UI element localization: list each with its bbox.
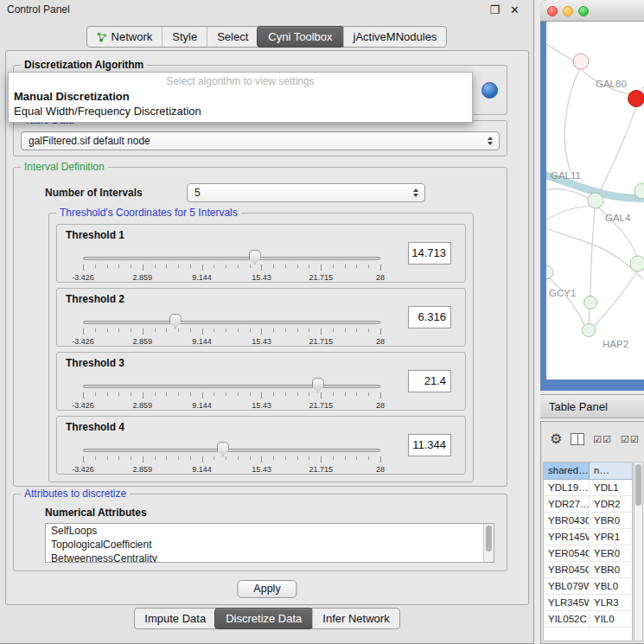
dropdown-option[interactable]: Equal Width/Frequency Discretization	[9, 104, 472, 118]
table-row[interactable]: YER054C YER0	[544, 545, 632, 562]
gear-icon[interactable]: ⚙	[550, 432, 562, 446]
dropdown-option[interactable]: Manual Discretization	[9, 89, 472, 104]
table-cell[interactable]: YBR0	[590, 513, 632, 528]
table-row[interactable]: YDL19… YDL1	[544, 480, 632, 496]
slider-track[interactable]	[83, 385, 380, 388]
table-cell[interactable]: YER0	[590, 545, 632, 561]
table-cell[interactable]: YPR1	[590, 529, 632, 545]
tab-select[interactable]: Select	[207, 27, 258, 47]
zoom-traffic-light[interactable]	[578, 6, 589, 16]
table-row[interactable]: YPR145W YPR1	[544, 529, 632, 545]
slider-handle[interactable]	[312, 378, 324, 392]
close-window-icon[interactable]: ✕	[510, 3, 520, 16]
threshold-value-field[interactable]: 11.344	[408, 434, 451, 456]
table-cell[interactable]: YIL0	[590, 611, 632, 627]
table-cell[interactable]: YBL079W	[544, 578, 590, 594]
threshold-slider[interactable]: -3.4262.8599.14415.4321.71528	[83, 321, 380, 324]
float-window-icon[interactable]: ❐	[489, 3, 500, 16]
table-scrollbar[interactable]	[634, 462, 643, 641]
network-node[interactable]	[588, 193, 603, 208]
tick-mark	[261, 392, 262, 399]
network-node[interactable]	[630, 256, 644, 271]
network-node-highlighted[interactable]	[628, 91, 644, 107]
list-item[interactable]: SelfLoops	[46, 524, 494, 538]
node-label: GAL11	[551, 170, 581, 181]
slider-handle[interactable]	[217, 442, 229, 456]
threshold-slider[interactable]: -3.4262.8599.14415.4321.71528	[83, 449, 380, 452]
network-node[interactable]	[573, 54, 589, 69]
number-of-intervals-label: Number of Intervals	[45, 187, 143, 199]
scrollbar-thumb[interactable]	[486, 526, 492, 552]
network-node[interactable]	[546, 265, 553, 279]
tab-discretize-data[interactable]: Discretize Data	[214, 608, 313, 629]
tab-impute-data[interactable]: Impute Data	[135, 609, 215, 628]
list-item[interactable]: TopologicalCoefficient	[46, 538, 494, 552]
select-all-checkboxes-icon[interactable]: ☑☑	[593, 434, 612, 445]
table-cell[interactable]: YBL0	[590, 578, 632, 594]
slider-track[interactable]	[83, 321, 380, 324]
tick-mark	[380, 328, 381, 335]
slider-track[interactable]	[83, 257, 380, 260]
tick-mark	[345, 456, 346, 460]
tick-label: 2.859	[133, 337, 153, 346]
tick-mark	[297, 265, 298, 268]
tab-jactivemnodules[interactable]: jActiveMNodules	[343, 27, 447, 47]
dropdown-placeholder-item[interactable]: Select algorithm to view settings	[9, 73, 472, 89]
table-cell[interactable]: YLR345W	[544, 595, 590, 610]
table-cell[interactable]: YIL052C	[544, 611, 590, 627]
network-node[interactable]	[583, 324, 596, 337]
minimize-traffic-light[interactable]	[563, 6, 573, 16]
table-data-combobox[interactable]: galFiltered.sif default node	[21, 131, 500, 150]
close-traffic-light[interactable]	[547, 6, 558, 16]
table-panel-title: Table Panel	[549, 400, 608, 413]
tab-cyni-toolbox[interactable]: Cyni Toolbox	[257, 26, 343, 48]
tick-mark	[345, 392, 346, 396]
help-button[interactable]	[481, 82, 498, 99]
attributes-scrollbar[interactable]	[483, 524, 494, 562]
table-cell[interactable]: YPR145W	[544, 529, 590, 545]
threshold-slider[interactable]: -3.4262.8599.14415.4321.71528	[83, 257, 380, 260]
numerical-attributes-list[interactable]: SelfLoops TopologicalCoefficient Between…	[45, 523, 494, 563]
table-row[interactable]: YBR043C YBR0	[544, 513, 632, 529]
tick-mark	[214, 265, 214, 268]
thresholds-stack: Threshold 1 -3.4262.8599.14415.4321.7152…	[49, 214, 473, 481]
table-cell[interactable]: YDR2	[590, 496, 632, 512]
threshold-value-field[interactable]: 21.4	[408, 370, 451, 392]
columns-icon[interactable]	[571, 433, 584, 445]
tick-label: 15.43	[252, 337, 271, 346]
threshold-value-field[interactable]: 6.316	[408, 306, 451, 328]
table-cell[interactable]: YBR045C	[544, 562, 590, 577]
table-cell[interactable]: YLR3	[590, 595, 632, 610]
table-row[interactable]: YBL079W YBL0	[544, 578, 632, 595]
tick-mark	[107, 265, 108, 268]
threshold-value-field[interactable]: 14.713	[408, 242, 451, 265]
apply-button[interactable]: Apply	[237, 580, 296, 598]
table-row[interactable]: YBR045C YBR0	[544, 562, 632, 578]
threshold-slider[interactable]: -3.4262.8599.14415.4321.71528	[83, 385, 380, 388]
table-cell[interactable]: YBR043C	[544, 513, 590, 528]
slider-handle[interactable]	[249, 250, 261, 265]
column-header-shared-name[interactable]: shared…	[544, 462, 590, 479]
table-cell[interactable]: YDL19…	[544, 480, 590, 495]
network-node[interactable]	[584, 296, 597, 309]
list-item[interactable]: BetweennessCentrality	[46, 552, 494, 563]
column-header-name[interactable]: n…	[590, 462, 632, 479]
slider-track[interactable]	[83, 449, 380, 452]
network-canvas[interactable]: GAL80 GAL11 GAL4 GCY1 HAP2	[546, 22, 644, 379]
select-column-checkboxes-icon[interactable]: ☑☑	[621, 434, 640, 445]
slider-handle[interactable]	[169, 314, 182, 328]
table-cell[interactable]: YBR0	[590, 562, 632, 577]
table-row[interactable]: YDR27… YDR2	[544, 496, 632, 513]
algorithm-dropdown-popup: Select algorithm to view settings Manual…	[8, 72, 473, 123]
table-cell[interactable]: YDL1	[590, 480, 632, 495]
table-row[interactable]: YIL052C YIL0	[544, 611, 632, 628]
table-cell[interactable]: YER054C	[544, 545, 590, 561]
number-of-intervals-combobox[interactable]: 5	[187, 183, 425, 202]
scrollbar-thumb[interactable]	[635, 464, 641, 506]
table-row[interactable]: YLR345W YLR3	[544, 595, 632, 611]
tab-network[interactable]: Network	[87, 27, 163, 47]
tab-infer-network[interactable]: Infer Network	[312, 609, 399, 628]
tick-label: 9.144	[192, 337, 212, 346]
tab-style[interactable]: Style	[162, 27, 207, 47]
table-cell[interactable]: YDR27…	[544, 496, 590, 512]
